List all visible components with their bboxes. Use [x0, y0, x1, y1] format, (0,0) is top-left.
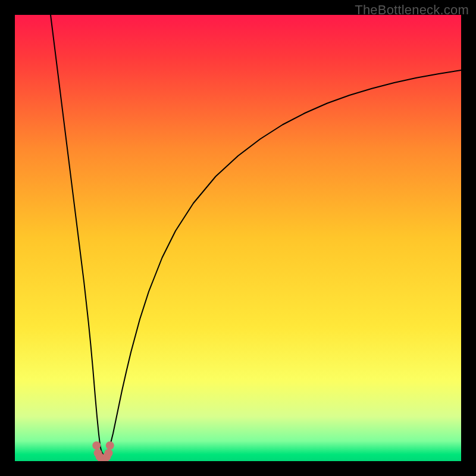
marker-dot	[106, 441, 114, 450]
marker-dot	[92, 441, 101, 450]
bottleneck-chart	[15, 15, 461, 461]
chart-background	[15, 15, 461, 461]
marker-dot	[105, 449, 113, 458]
chart-frame: TheBottleneck.com	[0, 0, 476, 476]
watermark-text: TheBottleneck.com	[355, 2, 469, 18]
